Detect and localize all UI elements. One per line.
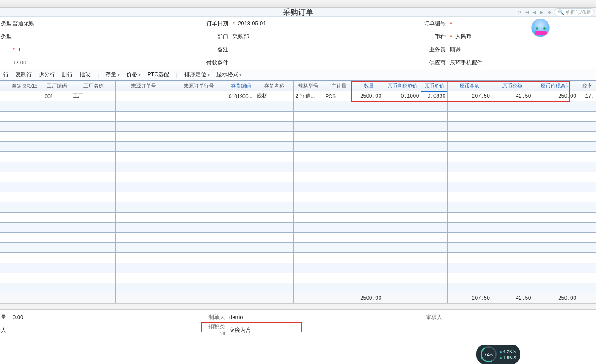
cell-taxTotal[interactable] (533, 273, 578, 283)
table-row[interactable] (0, 101, 596, 112)
cell-qty[interactable] (355, 213, 383, 223)
cell-srcOrder[interactable] (116, 223, 171, 233)
cell-tax[interactable] (492, 132, 533, 142)
cell-price[interactable] (421, 142, 447, 152)
search-input[interactable] (565, 9, 591, 15)
taxcat-value[interactable]: 应税内含 (227, 326, 253, 335)
cell-taxPrice[interactable] (383, 152, 421, 162)
cell-tax[interactable] (492, 233, 533, 243)
cell-fname[interactable] (71, 202, 116, 213)
cell-uom[interactable] (323, 101, 355, 112)
cell-c0[interactable] (0, 283, 6, 293)
cell-uom[interactable] (323, 142, 355, 152)
cell-invName[interactable] (255, 182, 293, 192)
table-row[interactable] (0, 253, 596, 263)
cell-srcLine[interactable] (171, 233, 227, 243)
cell-fcode[interactable] (43, 122, 71, 132)
cell-taxPrice[interactable] (383, 192, 421, 202)
cell-price[interactable] (421, 213, 447, 223)
search-box[interactable]: 🔍 (554, 8, 594, 16)
cell-spec[interactable] (294, 182, 323, 192)
cell-tax[interactable] (492, 172, 533, 182)
cell-srcLine[interactable] (171, 182, 227, 192)
cell-taxPrice[interactable] (383, 202, 421, 213)
cell-rate[interactable] (578, 253, 596, 263)
cell-fname[interactable] (71, 253, 116, 263)
cell-srcLine[interactable] (171, 283, 227, 293)
cell-c0[interactable] (0, 202, 6, 213)
cell-taxPrice[interactable] (383, 142, 421, 152)
col-c0[interactable] (0, 81, 6, 91)
cell-uom[interactable] (323, 243, 355, 253)
cell-fcode[interactable] (43, 283, 71, 293)
cell-tax[interactable] (492, 182, 533, 192)
cell-taxPrice[interactable] (383, 293, 421, 303)
cell-fname[interactable] (71, 101, 116, 112)
cell-amount[interactable] (447, 202, 492, 213)
cell-amount[interactable] (447, 283, 492, 293)
cell-c0[interactable] (0, 152, 6, 162)
cell-spec[interactable] (294, 223, 323, 233)
cell-amount[interactable] (447, 122, 492, 132)
cell-invCode[interactable] (227, 293, 255, 303)
cell-invName[interactable] (255, 253, 293, 263)
cell-price[interactable] (421, 263, 447, 273)
cell-amount[interactable] (447, 192, 492, 202)
cell-uom[interactable] (323, 122, 355, 132)
cell-qty[interactable] (355, 122, 383, 132)
cell-srcLine[interactable] (171, 192, 227, 202)
cell-c0[interactable] (0, 213, 6, 223)
cell-spec[interactable] (294, 283, 323, 293)
cell-rate[interactable] (578, 152, 596, 162)
col-taxPrice[interactable]: 原币含税单价 (383, 81, 421, 91)
cell-spec[interactable] (294, 101, 323, 112)
cell-spec[interactable] (294, 293, 323, 303)
cell-srcLine[interactable] (171, 243, 227, 253)
table-row[interactable]: 001工厂一0101900...线材2Pin信...PCS2500.000.10… (0, 91, 596, 101)
cell-c0[interactable] (0, 101, 6, 112)
cell-customCol[interactable] (6, 223, 43, 233)
cell-fcode[interactable] (43, 213, 71, 223)
cell-uom[interactable] (323, 283, 355, 293)
col-uom[interactable]: 主计量 (323, 81, 355, 91)
cell-invName[interactable] (255, 273, 293, 283)
cell-taxTotal[interactable] (533, 101, 578, 112)
col-srcLine[interactable]: 来源订单行号 (171, 81, 227, 91)
cell-fname[interactable] (71, 233, 116, 243)
cell-c0[interactable] (0, 243, 6, 253)
cell-invCode[interactable] (227, 192, 255, 202)
cell-srcLine[interactable] (171, 223, 227, 233)
cell-price[interactable] (421, 152, 447, 162)
cell-price[interactable] (421, 101, 447, 112)
cell-taxTotal[interactable]: 250.00 (533, 293, 578, 303)
cell-rate[interactable] (578, 213, 596, 223)
op-row[interactable]: 行 (3, 71, 9, 78)
col-invName[interactable]: 存货名称 (255, 81, 293, 91)
cell-rate[interactable]: 17. (578, 91, 596, 101)
cell-spec[interactable] (294, 112, 323, 122)
payterm-value[interactable] (231, 62, 234, 64)
cell-fname[interactable] (71, 283, 116, 293)
col-amount[interactable]: 原币金额 (447, 81, 492, 91)
cell-invCode[interactable] (227, 132, 255, 142)
cell-rate[interactable] (578, 162, 596, 172)
cell-c0[interactable] (0, 263, 6, 273)
cell-qty[interactable] (355, 192, 383, 202)
cell-taxPrice[interactable] (383, 213, 421, 223)
cell-taxPrice[interactable] (383, 162, 421, 172)
cell-taxTotal[interactable] (533, 132, 578, 142)
cell-uom[interactable] (323, 162, 355, 172)
cell-amount[interactable] (447, 182, 492, 192)
cell-srcLine[interactable] (171, 162, 227, 172)
cell-srcLine[interactable] (171, 132, 227, 142)
cell-invCode[interactable] (227, 223, 255, 233)
cell-taxPrice[interactable] (383, 112, 421, 122)
col-taxTotal[interactable]: 原币价税合计 (533, 81, 578, 91)
cell-amount[interactable] (447, 162, 492, 172)
cell-taxTotal[interactable] (533, 182, 578, 192)
orderno-value[interactable] (454, 23, 457, 24)
table-row[interactable] (0, 263, 596, 273)
cell-qty[interactable] (355, 263, 383, 273)
op-sort[interactable]: 排序定位 (184, 71, 210, 78)
assistant-avatar[interactable] (531, 19, 550, 37)
